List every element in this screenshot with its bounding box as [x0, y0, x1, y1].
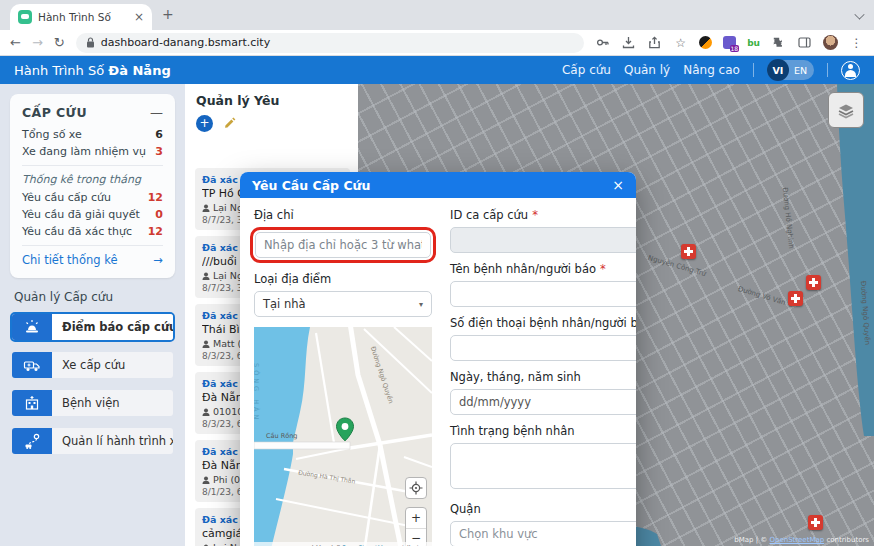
dob-placeholder: dd/mm/yyyy [459, 395, 531, 409]
nav-nang-cao[interactable]: Nâng cao [683, 63, 740, 77]
sidebar-section-title: Quản lý Cấp cứu [14, 290, 175, 304]
district-select[interactable]: Chọn khu vực ▾ [450, 521, 636, 546]
siren-icon [12, 314, 52, 340]
add-request-button[interactable]: + [196, 115, 213, 132]
tab-search-icon[interactable] [854, 9, 864, 19]
tab-title: Hành Trình Số [38, 11, 128, 23]
location-type-value: Tại nhà [263, 297, 306, 311]
app-title-city: Đà Nẵng [108, 63, 170, 78]
location-pin-icon[interactable] [334, 417, 356, 443]
tab-favicon [18, 10, 32, 24]
patient-name-input[interactable] [450, 281, 636, 307]
river-label: SÔNG HÀN [254, 363, 260, 422]
stat-value: 0 [155, 208, 163, 221]
browser-tab-bar: Hành Trình Số × + [0, 0, 874, 30]
app-header: Hành Trình Số Đà Nẵng Cấp cứu Quản lý Nâ… [0, 56, 874, 84]
main-area: Nguyễn Công Trứ Đường Võ Văn Đường Hồ Ng… [0, 84, 874, 546]
request-list-title: Quản lý Yêu [196, 93, 279, 108]
condition-textarea[interactable] [450, 443, 636, 489]
extension-bu-icon[interactable]: bu [747, 38, 760, 48]
divider [753, 63, 754, 77]
emergency-stats-card: CẤP CỨU — Tổng số xe6 Xe đang làm nhiệm … [10, 94, 175, 278]
collapse-icon[interactable]: — [150, 108, 163, 118]
map-attribution: bMap | © OpenStreetMap contributors [734, 536, 869, 544]
extensions-puzzle-icon[interactable] [771, 35, 786, 50]
lang-en[interactable]: EN [789, 65, 807, 76]
divider [827, 63, 828, 77]
side-panel-icon[interactable] [797, 35, 812, 50]
layers-icon [836, 100, 856, 120]
share-icon[interactable] [647, 35, 662, 50]
locate-button[interactable] [405, 477, 427, 499]
address-label: Địa chỉ [254, 208, 432, 223]
hospital-marker[interactable] [788, 291, 803, 306]
edit-button[interactable] [223, 115, 240, 132]
nav-quan-ly[interactable]: Quản lý [624, 63, 670, 77]
hospital-icon [12, 390, 52, 416]
close-icon[interactable]: × [612, 178, 624, 192]
case-id-input[interactable] [450, 227, 636, 253]
location-type-label: Loại địa điểm [254, 272, 432, 287]
phone-label: Số điện thoại bệnh nhân/người báo* [450, 316, 636, 331]
arrow-right-icon: → [153, 253, 163, 267]
address-input[interactable] [255, 232, 431, 258]
stat-label: Yêu cầu đã xác thực [22, 225, 132, 238]
forward-icon[interactable]: → [32, 36, 43, 49]
lang-vi[interactable]: VI [767, 59, 789, 81]
zoom-in-button[interactable]: + [406, 508, 426, 529]
phone-input[interactable] [450, 335, 636, 361]
address-bar[interactable]: dashboard-danang.bsmart.city [76, 33, 584, 53]
emergency-request-modal: Yêu Cầu Cấp Cứu × Địa chỉ Loại địa điểm … [240, 172, 636, 546]
bridge-label: Cầu Rồng [266, 432, 297, 440]
sidebar-item-hanh-trinh-xe[interactable]: Quản lí hành trình xe [10, 426, 175, 456]
chevron-down-icon: ▾ [419, 300, 423, 309]
hospital-marker[interactable] [681, 244, 696, 259]
modal-header: Yêu Cầu Cấp Cứu × [240, 172, 636, 198]
reload-icon[interactable]: ↻ [54, 36, 65, 49]
sidebar-item-benh-vien[interactable]: Bệnh viện [10, 388, 175, 418]
browser-profile-avatar[interactable] [823, 35, 838, 50]
password-key-icon[interactable] [595, 35, 610, 50]
condition-label: Tình trạng bệnh nhân [450, 424, 636, 439]
person-icon [202, 340, 210, 348]
osm-link[interactable]: OpenStreetMap [769, 536, 824, 544]
modal-title: Yêu Cầu Cấp Cứu [252, 178, 370, 193]
dob-input[interactable]: dd/mm/yyyy [450, 389, 636, 415]
location-type-select[interactable]: Tại nhà ▾ [254, 291, 432, 317]
extension-orange-icon[interactable] [699, 36, 712, 49]
nav-cap-cuu[interactable]: Cấp cứu [562, 63, 611, 77]
tab-close-icon[interactable]: × [134, 10, 144, 24]
new-tab-button[interactable]: + [162, 6, 174, 22]
person-icon [202, 204, 210, 212]
stat-label: Xe đang làm nhiệm vụ [22, 145, 146, 158]
annotation-highlight [250, 227, 436, 263]
hospital-marker[interactable] [808, 515, 823, 530]
person-icon [202, 272, 210, 280]
url-text: dashboard-danang.bsmart.city [101, 36, 270, 49]
extension-badge: 18 [730, 45, 740, 52]
browser-menu-icon[interactable]: ⋮ [849, 35, 864, 50]
language-toggle[interactable]: VI EN [767, 60, 814, 80]
stats-detail-link[interactable]: Chi tiết thống kê→ [22, 253, 163, 267]
person-icon [202, 476, 210, 484]
stat-label: Tổng số xe [22, 128, 82, 141]
lock-icon [86, 37, 95, 48]
sidebar-item-label: Bệnh viện [52, 390, 173, 416]
sidebar-item-label: Quản lí hành trình xe [52, 428, 175, 454]
sidebar-item-diem-bao-cap-cuu[interactable]: Điểm báo cấp cứu [10, 312, 175, 342]
sidebar-item-label: Xe cấp cứu [52, 352, 173, 378]
user-avatar-icon[interactable] [841, 61, 860, 80]
extension-purple-icon[interactable]: 18 [723, 36, 736, 49]
pencil-icon [223, 115, 239, 131]
app-title-prefix: Hành Trình Số [14, 63, 108, 78]
person-icon [202, 408, 210, 416]
modal-map[interactable]: SÔNG HÀN Cầu Rồng Đường Ngô Quyền Đường … [254, 327, 432, 546]
bookmark-star-icon[interactable]: ☆ [673, 35, 688, 50]
map-layers-button[interactable] [828, 92, 864, 128]
patient-name-label: Tên bệnh nhân/người báo* [450, 262, 636, 277]
hospital-marker[interactable] [806, 275, 821, 290]
browser-tab[interactable]: Hành Trình Số × [10, 4, 152, 30]
download-icon[interactable] [621, 35, 636, 50]
sidebar-item-xe-cap-cuu[interactable]: Xe cấp cứu [10, 350, 175, 380]
back-icon[interactable]: ← [10, 36, 21, 49]
